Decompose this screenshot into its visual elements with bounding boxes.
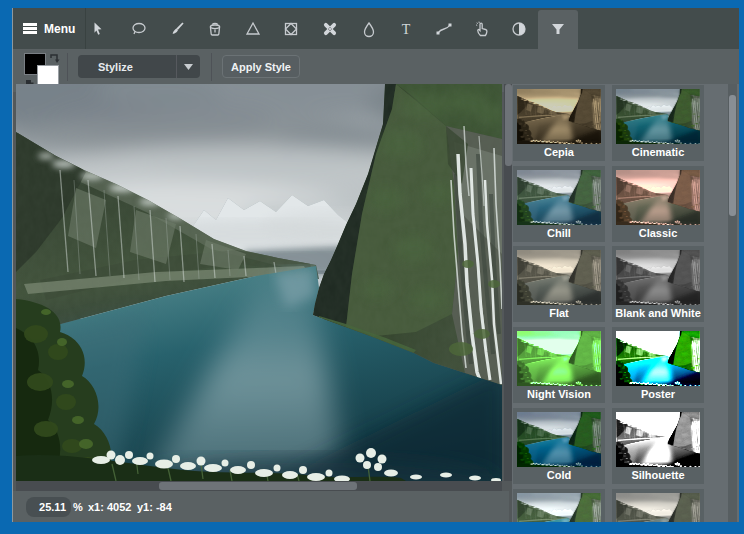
svg-text:T: T [402, 22, 411, 37]
